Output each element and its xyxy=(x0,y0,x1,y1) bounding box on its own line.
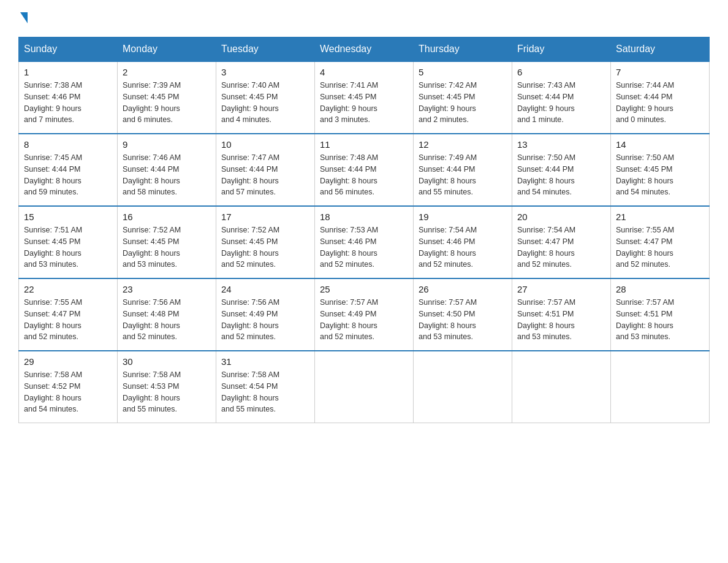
calendar-week-4: 22Sunrise: 7:55 AMSunset: 4:47 PMDayligh… xyxy=(19,278,710,351)
calendar-cell xyxy=(611,351,710,423)
day-number: 20 xyxy=(517,212,605,222)
day-number: 17 xyxy=(221,212,309,222)
calendar-cell: 30Sunrise: 7:58 AMSunset: 4:53 PMDayligh… xyxy=(118,351,216,423)
day-info: Sunrise: 7:45 AMSunset: 4:44 PMDaylight:… xyxy=(24,152,112,198)
column-header-sunday: Sunday xyxy=(19,37,118,62)
day-info: Sunrise: 7:38 AMSunset: 4:46 PMDaylight:… xyxy=(24,80,112,126)
calendar-week-3: 15Sunrise: 7:51 AMSunset: 4:45 PMDayligh… xyxy=(19,206,710,278)
day-number: 18 xyxy=(320,212,408,222)
calendar-cell: 1Sunrise: 7:38 AMSunset: 4:46 PMDaylight… xyxy=(19,61,118,134)
day-number: 2 xyxy=(123,67,211,77)
calendar-cell: 28Sunrise: 7:57 AMSunset: 4:51 PMDayligh… xyxy=(611,278,710,351)
calendar-cell: 4Sunrise: 7:41 AMSunset: 4:45 PMDaylight… xyxy=(315,61,414,134)
calendar-cell: 15Sunrise: 7:51 AMSunset: 4:45 PMDayligh… xyxy=(19,206,118,278)
calendar-header-row: SundayMondayTuesdayWednesdayThursdayFrid… xyxy=(19,37,710,62)
day-info: Sunrise: 7:54 AMSunset: 4:47 PMDaylight:… xyxy=(517,224,605,270)
day-number: 22 xyxy=(24,284,112,294)
calendar-cell: 31Sunrise: 7:58 AMSunset: 4:54 PMDayligh… xyxy=(216,351,315,423)
column-header-wednesday: Wednesday xyxy=(315,37,414,62)
day-info: Sunrise: 7:53 AMSunset: 4:46 PMDaylight:… xyxy=(320,224,408,270)
day-number: 8 xyxy=(24,139,112,150)
day-info: Sunrise: 7:44 AMSunset: 4:44 PMDaylight:… xyxy=(616,80,704,126)
day-info: Sunrise: 7:51 AMSunset: 4:45 PMDaylight:… xyxy=(24,224,112,270)
day-number: 19 xyxy=(419,212,507,222)
calendar-week-5: 29Sunrise: 7:58 AMSunset: 4:52 PMDayligh… xyxy=(19,351,710,423)
day-number: 10 xyxy=(221,139,309,150)
day-number: 30 xyxy=(123,356,211,367)
day-info: Sunrise: 7:52 AMSunset: 4:45 PMDaylight:… xyxy=(123,224,211,270)
calendar-cell: 11Sunrise: 7:48 AMSunset: 4:44 PMDayligh… xyxy=(315,134,414,206)
day-number: 24 xyxy=(221,284,309,294)
calendar-cell: 8Sunrise: 7:45 AMSunset: 4:44 PMDaylight… xyxy=(19,134,118,206)
day-info: Sunrise: 7:57 AMSunset: 4:50 PMDaylight:… xyxy=(419,297,507,343)
calendar-cell: 13Sunrise: 7:50 AMSunset: 4:44 PMDayligh… xyxy=(512,134,611,206)
day-number: 15 xyxy=(24,212,112,222)
day-info: Sunrise: 7:57 AMSunset: 4:51 PMDaylight:… xyxy=(517,297,605,343)
calendar-cell: 19Sunrise: 7:54 AMSunset: 4:46 PMDayligh… xyxy=(414,206,512,278)
day-number: 1 xyxy=(24,67,112,77)
calendar-cell xyxy=(512,351,611,423)
day-info: Sunrise: 7:39 AMSunset: 4:45 PMDaylight:… xyxy=(123,80,211,126)
calendar-cell: 24Sunrise: 7:56 AMSunset: 4:49 PMDayligh… xyxy=(216,278,315,351)
day-number: 7 xyxy=(616,67,704,77)
calendar-cell: 14Sunrise: 7:50 AMSunset: 4:45 PMDayligh… xyxy=(611,134,710,206)
day-number: 27 xyxy=(517,284,605,294)
day-number: 25 xyxy=(320,284,408,294)
day-info: Sunrise: 7:46 AMSunset: 4:44 PMDaylight:… xyxy=(123,152,211,198)
day-info: Sunrise: 7:52 AMSunset: 4:45 PMDaylight:… xyxy=(221,224,309,270)
day-info: Sunrise: 7:57 AMSunset: 4:49 PMDaylight:… xyxy=(320,297,408,343)
column-header-tuesday: Tuesday xyxy=(216,37,315,62)
calendar-cell: 2Sunrise: 7:39 AMSunset: 4:45 PMDaylight… xyxy=(118,61,216,134)
calendar-cell: 20Sunrise: 7:54 AMSunset: 4:47 PMDayligh… xyxy=(512,206,611,278)
day-info: Sunrise: 7:54 AMSunset: 4:46 PMDaylight:… xyxy=(419,224,507,270)
day-info: Sunrise: 7:49 AMSunset: 4:44 PMDaylight:… xyxy=(419,152,507,198)
calendar-cell: 5Sunrise: 7:42 AMSunset: 4:45 PMDaylight… xyxy=(414,61,512,134)
day-info: Sunrise: 7:50 AMSunset: 4:44 PMDaylight:… xyxy=(517,152,605,198)
calendar-table: SundayMondayTuesdayWednesdayThursdayFrid… xyxy=(18,37,710,423)
calendar-cell: 16Sunrise: 7:52 AMSunset: 4:45 PMDayligh… xyxy=(118,206,216,278)
page-header xyxy=(18,12,710,25)
day-info: Sunrise: 7:48 AMSunset: 4:44 PMDaylight:… xyxy=(320,152,408,198)
day-number: 14 xyxy=(616,139,704,150)
calendar-cell xyxy=(414,351,512,423)
calendar-cell: 6Sunrise: 7:43 AMSunset: 4:44 PMDaylight… xyxy=(512,61,611,134)
day-number: 13 xyxy=(517,139,605,150)
day-number: 23 xyxy=(123,284,211,294)
day-number: 4 xyxy=(320,67,408,77)
day-number: 26 xyxy=(419,284,507,294)
logo xyxy=(18,12,28,25)
day-number: 5 xyxy=(419,67,507,77)
day-number: 12 xyxy=(419,139,507,150)
calendar-week-2: 8Sunrise: 7:45 AMSunset: 4:44 PMDaylight… xyxy=(19,134,710,206)
day-info: Sunrise: 7:58 AMSunset: 4:52 PMDaylight:… xyxy=(24,369,112,415)
calendar-week-1: 1Sunrise: 7:38 AMSunset: 4:46 PMDaylight… xyxy=(19,61,710,134)
day-number: 6 xyxy=(517,67,605,77)
day-info: Sunrise: 7:50 AMSunset: 4:45 PMDaylight:… xyxy=(616,152,704,198)
calendar-cell: 25Sunrise: 7:57 AMSunset: 4:49 PMDayligh… xyxy=(315,278,414,351)
day-number: 21 xyxy=(616,212,704,222)
calendar-cell: 17Sunrise: 7:52 AMSunset: 4:45 PMDayligh… xyxy=(216,206,315,278)
calendar-cell: 21Sunrise: 7:55 AMSunset: 4:47 PMDayligh… xyxy=(611,206,710,278)
day-info: Sunrise: 7:56 AMSunset: 4:49 PMDaylight:… xyxy=(221,297,309,343)
logo-triangle-icon xyxy=(20,12,28,23)
day-number: 3 xyxy=(221,67,309,77)
day-info: Sunrise: 7:40 AMSunset: 4:45 PMDaylight:… xyxy=(221,80,309,126)
column-header-thursday: Thursday xyxy=(414,37,512,62)
calendar-cell: 10Sunrise: 7:47 AMSunset: 4:44 PMDayligh… xyxy=(216,134,315,206)
calendar-cell: 12Sunrise: 7:49 AMSunset: 4:44 PMDayligh… xyxy=(414,134,512,206)
calendar-cell: 18Sunrise: 7:53 AMSunset: 4:46 PMDayligh… xyxy=(315,206,414,278)
calendar-cell: 9Sunrise: 7:46 AMSunset: 4:44 PMDaylight… xyxy=(118,134,216,206)
day-info: Sunrise: 7:55 AMSunset: 4:47 PMDaylight:… xyxy=(24,297,112,343)
calendar-cell: 22Sunrise: 7:55 AMSunset: 4:47 PMDayligh… xyxy=(19,278,118,351)
day-info: Sunrise: 7:42 AMSunset: 4:45 PMDaylight:… xyxy=(419,80,507,126)
calendar-cell: 29Sunrise: 7:58 AMSunset: 4:52 PMDayligh… xyxy=(19,351,118,423)
day-info: Sunrise: 7:56 AMSunset: 4:48 PMDaylight:… xyxy=(123,297,211,343)
day-info: Sunrise: 7:58 AMSunset: 4:53 PMDaylight:… xyxy=(123,369,211,415)
day-number: 11 xyxy=(320,139,408,150)
column-header-monday: Monday xyxy=(118,37,216,62)
calendar-cell xyxy=(315,351,414,423)
day-info: Sunrise: 7:43 AMSunset: 4:44 PMDaylight:… xyxy=(517,80,605,126)
day-info: Sunrise: 7:55 AMSunset: 4:47 PMDaylight:… xyxy=(616,224,704,270)
day-number: 29 xyxy=(24,356,112,367)
day-number: 31 xyxy=(221,356,309,367)
